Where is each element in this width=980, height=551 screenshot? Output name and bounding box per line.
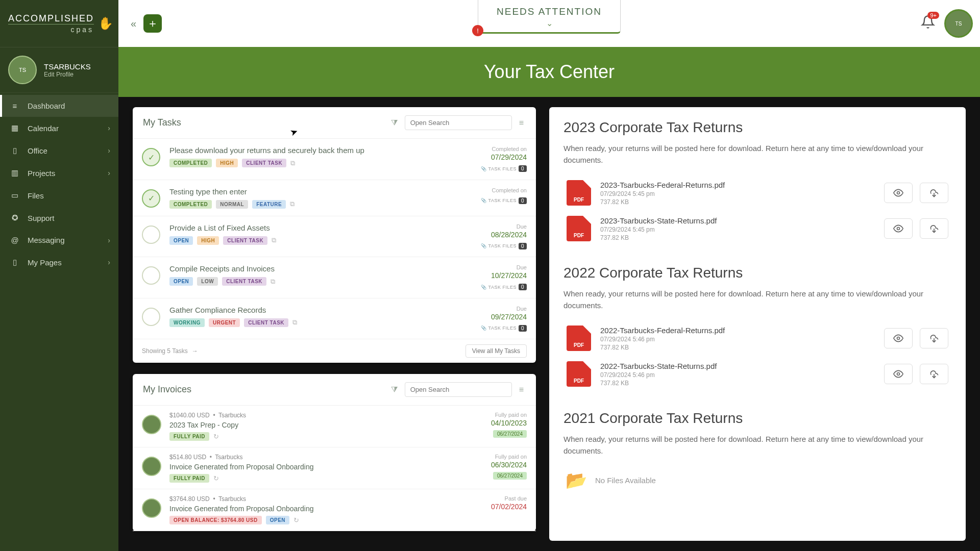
recurring-icon[interactable]: ↻ bbox=[213, 474, 219, 482]
task-row[interactable]: ✓ Testing type then enter COMPLETED NORM… bbox=[133, 180, 536, 216]
download-button[interactable] bbox=[920, 183, 948, 203]
status-badge: OPEN bbox=[169, 236, 193, 245]
file-name[interactable]: 2023-Tsarbucks-State-Returns.pdf bbox=[600, 216, 875, 225]
tag-icon[interactable]: ⧉ bbox=[271, 278, 275, 286]
pdf-icon: PDF bbox=[567, 325, 591, 351]
task-files[interactable]: 📎 TASK FILES 0 bbox=[481, 325, 527, 332]
section-desc: When ready, your returns will be posted … bbox=[564, 288, 951, 311]
task-check-icon[interactable]: ✓ bbox=[142, 189, 160, 208]
priority-badge: HIGH bbox=[216, 159, 238, 167]
task-files[interactable]: 📎 TASK FILES 0 bbox=[481, 165, 527, 172]
user-avatar[interactable]: TS bbox=[944, 9, 973, 38]
tasks-showing: Showing 5 Tasks bbox=[142, 347, 188, 355]
task-check-icon[interactable] bbox=[142, 266, 160, 285]
profile-block[interactable]: TS TSARBUCKS Edit Profile bbox=[0, 47, 118, 93]
nav-support[interactable]: ✪Support bbox=[0, 207, 118, 229]
nav-files[interactable]: ▭Files bbox=[0, 184, 118, 207]
nav-messaging[interactable]: @Messaging› bbox=[0, 229, 118, 251]
invoice-meta-label: Fully paid on bbox=[455, 412, 527, 418]
empty-folder-icon: 📂 bbox=[566, 470, 587, 490]
tax-section: 2021 Corporate Tax Returns When ready, y… bbox=[564, 410, 951, 494]
notifications-button[interactable]: 9+ bbox=[921, 15, 935, 33]
preview-button[interactable] bbox=[884, 364, 913, 384]
edit-profile-link[interactable]: Edit Profile bbox=[44, 71, 91, 78]
status-badge: COMPLETED bbox=[169, 200, 212, 209]
task-check-icon[interactable] bbox=[142, 226, 160, 244]
chevron-right-icon: › bbox=[108, 146, 110, 155]
invoice-row[interactable]: $3764.80 USD • Tsarbucks Invoice Generat… bbox=[133, 489, 536, 531]
collapse-sidebar-button[interactable]: « bbox=[126, 15, 141, 33]
view-all-tasks-button[interactable]: View all My Tasks bbox=[465, 344, 527, 358]
file-size: 737.82 KB bbox=[600, 344, 875, 351]
add-button[interactable]: ＋ bbox=[143, 14, 162, 33]
task-files[interactable]: 📎 TASK FILES 0 bbox=[481, 197, 527, 204]
filter-icon[interactable]: ⧩ bbox=[389, 116, 400, 130]
task-meta-label: Due bbox=[450, 264, 527, 270]
tag-icon[interactable]: ⧉ bbox=[290, 159, 295, 167]
logo[interactable]: ACCOMPLISHED cpas ✋ bbox=[0, 0, 118, 47]
client-avatar bbox=[142, 498, 161, 518]
sort-icon[interactable]: ≡ bbox=[517, 116, 526, 130]
download-button[interactable] bbox=[920, 218, 948, 239]
tasks-title: My Tasks bbox=[143, 117, 181, 128]
filter-icon[interactable]: ⧩ bbox=[389, 383, 400, 396]
download-button[interactable] bbox=[920, 364, 948, 384]
invoice-topline: $1040.00 USD • Tsarbucks bbox=[169, 412, 447, 419]
pdf-icon: PDF bbox=[567, 216, 591, 241]
file-name[interactable]: 2022-Tsarbucks-Federal-Returns.pdf bbox=[600, 326, 875, 335]
invoices-search-input[interactable] bbox=[405, 382, 512, 397]
task-row[interactable]: Compile Receipts and Invoices OPEN LOW C… bbox=[133, 257, 536, 298]
recurring-icon[interactable]: ↻ bbox=[293, 516, 299, 524]
nav-dashboard[interactable]: ≡Dashboard bbox=[0, 95, 118, 117]
task-date: 10/27/2024 bbox=[450, 271, 527, 280]
chevron-right-icon: › bbox=[108, 124, 110, 132]
office-icon: ▯ bbox=[9, 146, 20, 155]
section-heading: 2023 Corporate Tax Returns bbox=[564, 119, 951, 136]
preview-button[interactable] bbox=[884, 218, 913, 239]
sort-icon[interactable]: ≡ bbox=[517, 383, 526, 396]
nav-office[interactable]: ▯Office› bbox=[0, 139, 118, 162]
section-desc: When ready, your returns will be posted … bbox=[564, 143, 951, 166]
download-button[interactable] bbox=[920, 328, 948, 348]
nav-calendar[interactable]: ▦Calendar› bbox=[0, 117, 118, 139]
file-row: PDF 2022-Tsarbucks-Federal-Returns.pdf 0… bbox=[564, 320, 951, 356]
priority-badge: HIGH bbox=[197, 236, 219, 245]
status-badge: WORKING bbox=[169, 318, 205, 327]
task-files[interactable]: 📎 TASK FILES 0 bbox=[481, 284, 527, 290]
task-row[interactable]: Gather Compliance Records WORKING URGENT… bbox=[133, 298, 536, 340]
file-name[interactable]: 2022-Tsarbucks-State-Returns.pdf bbox=[600, 362, 875, 370]
preview-button[interactable] bbox=[884, 328, 913, 348]
invoice-title: Invoice Generated from Proposal Onboardi… bbox=[169, 505, 447, 513]
preview-button[interactable] bbox=[884, 183, 913, 203]
task-files[interactable]: 📎 TASK FILES 0 bbox=[481, 243, 527, 249]
logo-main: ACCOMPLISHED bbox=[8, 13, 94, 24]
task-meta-label: Completed on bbox=[450, 146, 527, 152]
tag-badge: CLIENT TASK bbox=[242, 159, 286, 167]
invoice-status-badge: FULLY PAID bbox=[169, 432, 209, 441]
needs-attention-dropdown[interactable]: NEEDS ATTENTION ⌄ ! bbox=[478, 0, 621, 34]
nav-projects[interactable]: ▥Projects› bbox=[0, 162, 118, 184]
tag-icon[interactable]: ⧉ bbox=[272, 236, 276, 244]
invoice-row[interactable]: $514.80 USD • Tsarbucks Invoice Generate… bbox=[133, 447, 536, 489]
file-date: 07/29/2024 5:46 pm bbox=[600, 371, 875, 379]
file-row: PDF 2022-Tsarbucks-State-Returns.pdf 07/… bbox=[564, 356, 951, 392]
task-title: Gather Compliance Records bbox=[169, 306, 441, 314]
calendar-icon: ▦ bbox=[9, 123, 20, 133]
recurring-icon[interactable]: ↻ bbox=[213, 433, 219, 440]
task-row[interactable]: ✓ Please download your returns and secur… bbox=[133, 139, 536, 180]
file-size: 737.82 KB bbox=[600, 380, 875, 387]
task-date: 09/27/2024 bbox=[450, 313, 527, 321]
task-check-icon[interactable]: ✓ bbox=[142, 148, 160, 166]
svg-point-4 bbox=[897, 337, 900, 340]
invoice-row[interactable]: $1040.00 USD • Tsarbucks 2023 Tax Prep -… bbox=[133, 406, 536, 447]
status-badge: COMPLETED bbox=[169, 159, 212, 167]
task-row[interactable]: Provide a List of Fixed Assets OPEN HIGH… bbox=[133, 216, 536, 258]
nav-mypages[interactable]: ▯My Pages› bbox=[0, 251, 118, 273]
task-check-icon[interactable] bbox=[142, 308, 160, 326]
file-name[interactable]: 2023-Tsarbucks-Federal-Returns.pdf bbox=[600, 181, 875, 189]
tasks-search-input[interactable] bbox=[405, 115, 512, 130]
svg-point-0 bbox=[897, 192, 900, 194]
tag-icon[interactable]: ⧉ bbox=[290, 200, 295, 208]
tag-icon[interactable]: ⧉ bbox=[292, 318, 297, 327]
nav: ≡Dashboard ▦Calendar› ▯Office› ▥Projects… bbox=[0, 93, 118, 276]
